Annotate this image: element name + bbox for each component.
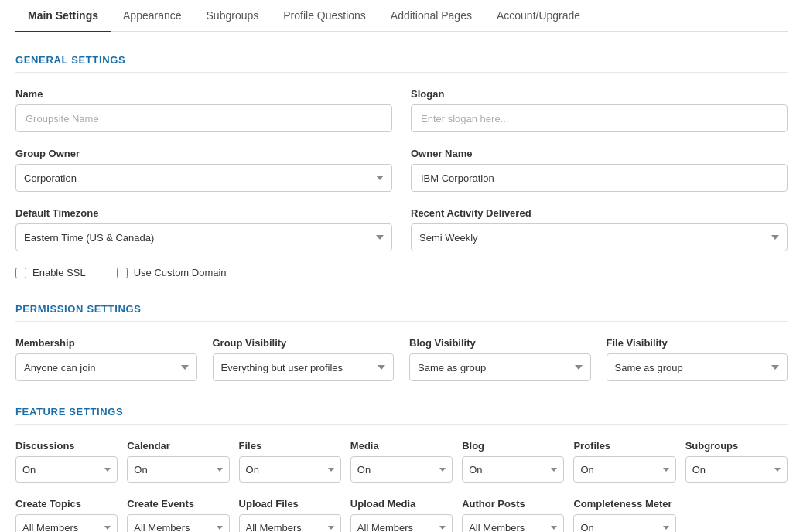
use-custom-domain-label[interactable]: Use Custom Domain [134,267,227,278]
create-topics-feature: Create Topics All MembersAdmins onlyMode… [15,498,118,532]
blog-feature: Blog OnOff [462,440,564,483]
use-custom-domain-item: Use Custom Domain [117,267,227,278]
blog-visibility-group: Blog Visibility Same as group Public Mem… [409,337,591,381]
permission-toggles-row: Create Topics All MembersAdmins onlyMode… [15,498,788,532]
timezone-group: Default Timezone Eastern Time (US & Cana… [15,207,392,251]
tab-profile-questions[interactable]: Profile Questions [271,0,378,32]
upload-media-label: Upload Media [350,498,453,510]
author-posts-label: Author Posts [462,498,564,510]
tab-additional-pages[interactable]: Additional Pages [378,0,484,32]
feature-toggles-row: Discussions OnOff Calendar OnOff Files O… [15,440,788,483]
completeness-meter-feature: Completeness Meter OnOff [573,498,675,532]
subgroups-feature: Subgroups OnOff [685,440,788,483]
create-events-label: Create Events [127,498,229,510]
completeness-meter-select[interactable]: OnOff [573,514,675,532]
subgroups-label: Subgroups [685,440,788,452]
use-custom-domain-checkbox[interactable] [117,268,128,278]
owner-name-input[interactable] [411,164,788,192]
slogan-input[interactable] [411,104,788,132]
permission-settings-title: PERMISSION SETTINGS [15,303,788,322]
tab-appearance[interactable]: Appearance [111,0,194,32]
group-visibility-select[interactable]: Everything but user profiles Public Memb… [213,353,395,381]
create-topics-select[interactable]: All MembersAdmins onlyModerators [15,514,118,532]
slogan-label: Slogan [411,88,788,100]
upload-files-select[interactable]: All MembersAdmins onlyModerators [239,514,341,532]
group-visibility-group: Group Visibility Everything but user pro… [213,337,395,381]
blog-label: Blog [462,440,564,452]
owner-row: Group Owner Corporation Individual Owner… [15,148,788,192]
name-group: Name [15,88,392,132]
name-label: Name [15,88,392,100]
group-owner-label: Group Owner [15,148,392,159]
discussions-feature: Discussions OnOff [15,440,118,483]
upload-files-feature: Upload Files All MembersAdmins onlyModer… [239,498,341,532]
group-owner-group: Group Owner Corporation Individual [15,148,392,192]
permission-row: Membership Anyone can join By invitation… [15,337,788,381]
calendar-label: Calendar [127,440,229,452]
recent-activity-group: Recent Activity Delivered Semi Weekly Da… [411,207,788,251]
timezone-label: Default Timezone [15,207,392,219]
calendar-feature: Calendar OnOff [127,440,229,483]
author-posts-select[interactable]: All MembersAdmins onlyModerators [462,514,564,532]
files-feature: Files OnOff [239,440,341,483]
checkboxes-row: Enable SSL Use Custom Domain [15,267,788,278]
group-owner-select[interactable]: Corporation Individual [15,164,392,192]
tab-main-settings[interactable]: Main Settings [15,0,111,32]
recent-activity-label: Recent Activity Delivered [411,207,788,219]
discussions-label: Discussions [15,440,118,452]
enable-ssl-checkbox[interactable] [15,268,26,278]
membership-label: Membership [15,337,197,349]
profiles-select[interactable]: OnOff [573,456,675,483]
discussions-select[interactable]: OnOff [15,456,118,483]
author-posts-feature: Author Posts All MembersAdmins onlyModer… [462,498,564,532]
blog-select[interactable]: OnOff [462,456,564,483]
file-visibility-label: File Visibility [607,337,788,349]
timezone-activity-row: Default Timezone Eastern Time (US & Cana… [15,207,788,251]
enable-ssl-item: Enable SSL [15,267,86,278]
group-visibility-label: Group Visibility [213,337,395,349]
name-input[interactable] [15,104,392,132]
profiles-feature: Profiles OnOff [573,440,675,483]
tab-subgroups[interactable]: Subgroups [194,0,272,32]
create-topics-label: Create Topics [15,498,118,510]
recent-activity-select[interactable]: Semi Weekly Daily Weekly Never [411,223,788,251]
permission-settings-section: PERMISSION SETTINGS Membership Anyone ca… [15,303,788,381]
files-label: Files [239,440,341,452]
feature-settings-section: FEATURE SETTINGS Discussions OnOff Calen… [15,406,788,532]
navigation-tabs: Main Settings Appearance Subgroups Profi… [15,0,788,32]
membership-select[interactable]: Anyone can join By invitation only By ap… [15,353,197,381]
timezone-select[interactable]: Eastern Time (US & Canada) Central Time … [15,223,392,251]
media-label: Media [350,440,453,452]
create-events-select[interactable]: All MembersAdmins onlyModerators [127,514,229,532]
owner-name-group: Owner Name [411,148,788,192]
completeness-meter-label: Completeness Meter [573,498,675,510]
media-feature: Media OnOff [350,440,453,483]
calendar-select[interactable]: OnOff [127,456,229,483]
membership-group: Membership Anyone can join By invitation… [15,337,197,381]
blog-visibility-label: Blog Visibility [409,337,591,349]
profiles-label: Profiles [573,440,675,452]
owner-name-label: Owner Name [411,148,788,159]
subgroups-select[interactable]: OnOff [685,456,788,483]
files-select[interactable]: OnOff [239,456,341,483]
feature-settings-title: FEATURE SETTINGS [15,406,788,425]
file-visibility-group: File Visibility Same as group Public Mem… [607,337,788,381]
general-settings-title: GENERAL SETTINGS [15,54,788,73]
create-events-feature: Create Events All MembersAdmins onlyMode… [127,498,229,532]
upload-files-label: Upload Files [239,498,341,510]
tab-account-upgrade[interactable]: Account/Upgrade [484,0,593,32]
file-visibility-select[interactable]: Same as group Public Members only Privat… [607,353,788,381]
media-select[interactable]: OnOff [350,456,453,483]
blog-visibility-select[interactable]: Same as group Public Members only Privat… [409,353,591,381]
upload-media-select[interactable]: All MembersAdmins onlyModerators [350,514,453,532]
enable-ssl-label[interactable]: Enable SSL [32,267,86,278]
slogan-group: Slogan [411,88,788,132]
general-settings-section: GENERAL SETTINGS Name Slogan Group Owner… [15,54,788,278]
upload-media-feature: Upload Media All MembersAdmins onlyModer… [350,498,453,532]
name-slogan-row: Name Slogan [15,88,788,132]
